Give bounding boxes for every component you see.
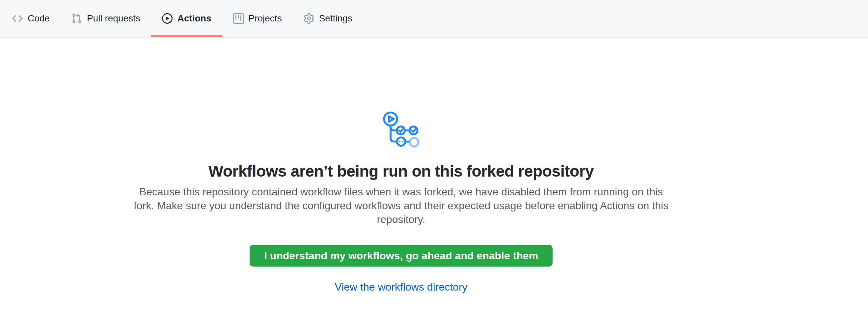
git-pull-request-icon <box>71 13 82 24</box>
blankslate-heading: Workflows aren’t being run on this forke… <box>209 162 594 180</box>
tab-pull-requests[interactable]: Pull requests <box>61 0 151 37</box>
tab-actions[interactable]: Actions <box>151 0 222 37</box>
project-icon <box>233 13 244 24</box>
tab-label: Settings <box>319 14 352 23</box>
play-icon <box>162 13 173 24</box>
repo-nav: Code Pull requests Actions Projects Sett <box>0 0 868 37</box>
gear-icon <box>304 13 314 24</box>
tab-label: Code <box>28 14 50 23</box>
main-content: Workflows aren’t being run on this forke… <box>0 37 802 293</box>
tab-label: Projects <box>249 14 282 23</box>
tab-label: Pull requests <box>87 14 140 23</box>
tab-projects[interactable]: Projects <box>222 0 293 37</box>
code-icon <box>12 13 23 24</box>
github-actions-page: Code Pull requests Actions Projects Sett <box>0 0 868 311</box>
tab-code[interactable]: Code <box>1 0 61 37</box>
tab-label: Actions <box>178 14 211 23</box>
enable-workflows-button[interactable]: I understand my workflows, go ahead and … <box>250 245 553 267</box>
tab-settings[interactable]: Settings <box>293 0 363 37</box>
blankslate-description: Because this repository contained workfl… <box>131 185 671 226</box>
view-workflows-directory-link[interactable]: View the workflows directory <box>335 281 467 293</box>
workflows-disabled-blankslate: Workflows aren’t being run on this forke… <box>0 37 802 293</box>
workflow-illustration-icon <box>382 111 421 148</box>
